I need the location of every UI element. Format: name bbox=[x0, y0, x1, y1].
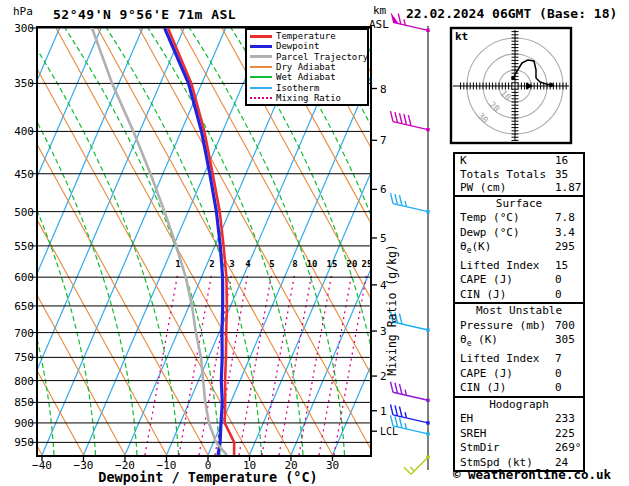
stats-row-value: 7.8 bbox=[555, 211, 575, 226]
dry-adiabat-line bbox=[0, 28, 84, 455]
mixing-ratio-label: 8 bbox=[292, 259, 297, 269]
stats-row: Pressure (mb)700 bbox=[455, 319, 583, 334]
mixing-ratio-label: 5 bbox=[269, 259, 274, 269]
legend-item-label: Isotherm bbox=[276, 83, 319, 93]
wind-barb-half-feather bbox=[410, 467, 414, 471]
stats-box: Most UnstablePressure (mb)700θe (K)305Li… bbox=[453, 302, 585, 397]
stats-row-value: 35 bbox=[555, 168, 568, 182]
pressure-tick-label: 900 bbox=[14, 417, 34, 430]
wind-barb bbox=[391, 382, 430, 402]
mixing-ratio-label: 1 bbox=[175, 259, 180, 269]
stats-row-label: CAPE (J) bbox=[460, 367, 513, 380]
stats-row: θe (K)305 bbox=[455, 333, 583, 352]
wind-barb-staff bbox=[393, 415, 428, 423]
stats-row-value: 15 bbox=[555, 259, 568, 274]
stats-panel: K16Totals Totals35PW (cm)1.87SurfaceTemp… bbox=[453, 152, 585, 472]
stats-row: CIN (J)0 bbox=[455, 381, 583, 396]
pressure-tick-label: 700 bbox=[14, 327, 34, 340]
wet-adiabat-line bbox=[0, 28, 13, 455]
mixing-ratio-label: 2 bbox=[209, 259, 214, 269]
wind-barb-full-feather bbox=[398, 14, 401, 24]
stats-row-value: 0 bbox=[555, 367, 562, 382]
stats-row-label: CIN (J) bbox=[460, 381, 506, 394]
legend-item-label: Dry Adiabat bbox=[276, 62, 336, 72]
legend-item: Wet Adiabat bbox=[247, 72, 367, 82]
mixing-ratio-line bbox=[279, 272, 312, 455]
stats-row-label: θe (K) bbox=[460, 333, 498, 346]
stats-row-label: K bbox=[460, 154, 467, 167]
legend-item-label: Mixing Ratio bbox=[276, 93, 341, 103]
wind-barb-full-feather bbox=[399, 406, 402, 417]
stats-row: SREH225 bbox=[455, 427, 583, 442]
stats-box-title: Hodograph bbox=[455, 398, 583, 413]
stats-row: Lifted Index15 bbox=[455, 259, 583, 274]
stats-row-value: 295 bbox=[555, 240, 575, 255]
stats-box-title: Surface bbox=[455, 197, 583, 212]
stats-row: CAPE (J)0 bbox=[455, 367, 583, 382]
mixing-ratio-label: 25 bbox=[362, 259, 373, 269]
legend-item-label: Wet Adiabat bbox=[276, 72, 336, 82]
wind-barb-full-feather bbox=[404, 114, 407, 125]
stats-row-value: 3.4 bbox=[555, 226, 575, 241]
wind-barb-staff bbox=[393, 426, 428, 434]
mixing-ratio-line bbox=[239, 272, 272, 455]
stats-row: PW (cm)1.87 bbox=[455, 181, 583, 195]
wind-barb-full-feather bbox=[399, 195, 402, 206]
hodograph-unit-label: kt bbox=[455, 30, 468, 43]
wind-barb-full-feather bbox=[395, 383, 398, 394]
wind-barb-staff bbox=[411, 457, 428, 474]
stats-row: EH233 bbox=[455, 412, 583, 427]
stats-box: HodographEH233SREH225StmDir269°StmSpd (k… bbox=[453, 396, 585, 473]
km-tick-label: 7 bbox=[380, 134, 387, 147]
stats-row-label: PW (cm) bbox=[460, 181, 506, 194]
mixing-ratio-label: 4 bbox=[245, 259, 251, 269]
km-tick-label: 1 bbox=[380, 405, 387, 418]
stats-box: K16Totals Totals35PW (cm)1.87 bbox=[453, 152, 585, 197]
wind-barb bbox=[391, 12, 430, 32]
stats-row-label: Pressure (mb) bbox=[460, 319, 546, 332]
stats-row-label: Temp (°C) bbox=[460, 211, 520, 224]
legend-item: Parcel Trajectory bbox=[247, 52, 367, 62]
stats-row-value: 0 bbox=[555, 381, 562, 396]
temperature-curve bbox=[168, 28, 234, 455]
pressure-tick-label: 500 bbox=[14, 206, 34, 219]
wind-barb-full-feather bbox=[391, 415, 394, 426]
x-axis-label: Dewpoint / Temperature (°C) bbox=[38, 469, 378, 485]
pressure-tick-label: 800 bbox=[14, 375, 34, 388]
wind-barb-pennant bbox=[391, 12, 399, 24]
legend-line-sample bbox=[250, 87, 272, 89]
hodograph-panel: 102030kt bbox=[451, 28, 571, 143]
legend-item: Isotherm bbox=[247, 83, 367, 93]
wind-barb bbox=[391, 193, 430, 213]
stats-row: θe(K)295 bbox=[455, 240, 583, 259]
wind-barb-full-feather bbox=[395, 194, 398, 205]
wind-barb-full-feather bbox=[391, 404, 394, 415]
stats-row-value: 700 bbox=[555, 319, 575, 334]
pressure-tick-label: 950 bbox=[14, 436, 34, 449]
pressure-tick-label: 350 bbox=[14, 77, 34, 90]
stats-row-value: 0 bbox=[555, 273, 562, 288]
legend-item: Dry Adiabat bbox=[247, 62, 367, 72]
legend-item-label: Temperature bbox=[276, 31, 336, 41]
wind-barb-full-feather bbox=[399, 417, 402, 428]
wind-barb-full-feather bbox=[391, 382, 394, 393]
pressure-tick-label: 750 bbox=[14, 351, 34, 364]
mixing-ratio-label: 20 bbox=[347, 259, 358, 269]
legend-item: Mixing Ratio bbox=[247, 93, 367, 103]
stats-row: K16 bbox=[455, 154, 583, 168]
stats-row: Temp (°C)7.8 bbox=[455, 211, 583, 226]
km-tick-label: 6 bbox=[380, 183, 387, 196]
legend-item: Dewpoint bbox=[247, 41, 367, 51]
pressure-tick-label: 600 bbox=[14, 271, 34, 284]
isotherm-line bbox=[42, 28, 226, 455]
chart-legend: TemperatureDewpointParcel TrajectoryDry … bbox=[245, 28, 369, 106]
stats-row-label: CIN (J) bbox=[460, 288, 506, 301]
stats-row-label: Lifted Index bbox=[460, 259, 539, 272]
stats-row: CAPE (J)0 bbox=[455, 273, 583, 288]
stats-row-label: Dewp (°C) bbox=[460, 226, 520, 239]
legend-item: Temperature bbox=[247, 31, 367, 41]
legend-line-sample bbox=[250, 97, 272, 99]
legend-line-sample bbox=[250, 76, 272, 78]
wind-barb-staff bbox=[393, 392, 428, 400]
mixing-ratio-labels: 12345810152025 bbox=[175, 259, 372, 269]
